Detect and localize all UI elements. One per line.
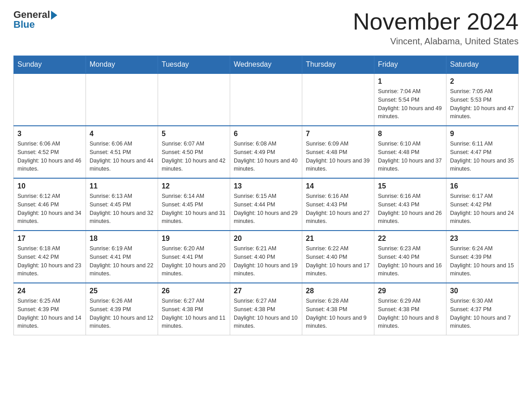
day-info: Sunrise: 6:12 AMSunset: 4:46 PMDaylight:…	[17, 192, 82, 226]
column-header-sunday: Sunday	[14, 56, 86, 74]
day-info: Sunrise: 7:04 AMSunset: 5:54 PMDaylight:…	[378, 87, 442, 121]
day-number: 19	[162, 235, 226, 243]
day-info: Sunrise: 6:27 AMSunset: 4:38 PMDaylight:…	[162, 297, 226, 330]
day-info: Sunrise: 6:16 AMSunset: 4:43 PMDaylight:…	[378, 192, 442, 226]
column-header-monday: Monday	[86, 56, 158, 74]
day-info: Sunrise: 6:10 AMSunset: 4:48 PMDaylight:…	[378, 140, 442, 173]
day-info: Sunrise: 6:14 AMSunset: 4:45 PMDaylight:…	[162, 192, 226, 226]
week-row-1: 1Sunrise: 7:04 AMSunset: 5:54 PMDaylight…	[14, 73, 519, 126]
day-info: Sunrise: 6:13 AMSunset: 4:45 PMDaylight:…	[90, 192, 154, 226]
calendar-header-row: SundayMondayTuesdayWednesdayThursdayFrid…	[14, 56, 519, 74]
day-number: 18	[90, 235, 154, 243]
calendar-cell: 2Sunrise: 7:05 AMSunset: 5:53 PMDaylight…	[446, 73, 519, 126]
day-info: Sunrise: 6:29 AMSunset: 4:38 PMDaylight:…	[378, 297, 442, 330]
day-number: 28	[306, 287, 370, 295]
calendar-cell: 16Sunrise: 6:17 AMSunset: 4:42 PMDayligh…	[446, 178, 519, 231]
day-info: Sunrise: 6:15 AMSunset: 4:44 PMDaylight:…	[234, 192, 298, 226]
day-number: 8	[378, 130, 442, 138]
column-header-friday: Friday	[374, 56, 446, 74]
day-info: Sunrise: 6:06 AMSunset: 4:52 PMDaylight:…	[17, 140, 82, 173]
day-info: Sunrise: 6:23 AMSunset: 4:40 PMDaylight:…	[378, 244, 442, 278]
calendar-cell: 4Sunrise: 6:06 AMSunset: 4:51 PMDaylight…	[86, 126, 158, 178]
location-subtitle: Vincent, Alabama, United States	[353, 36, 519, 47]
calendar-cell: 15Sunrise: 6:16 AMSunset: 4:43 PMDayligh…	[374, 178, 446, 231]
month-title: November 2024	[353, 9, 519, 34]
day-number: 3	[17, 130, 82, 138]
week-row-3: 10Sunrise: 6:12 AMSunset: 4:46 PMDayligh…	[14, 178, 519, 231]
day-info: Sunrise: 6:21 AMSunset: 4:40 PMDaylight:…	[234, 244, 298, 278]
page-header: General Blue November 2024 Vincent, Alab…	[13, 9, 519, 47]
day-number: 9	[450, 130, 515, 138]
calendar-cell: 22Sunrise: 6:23 AMSunset: 4:40 PMDayligh…	[374, 231, 446, 283]
day-number: 21	[306, 235, 370, 243]
day-number: 24	[17, 287, 82, 295]
day-number: 27	[234, 287, 298, 295]
column-header-thursday: Thursday	[302, 56, 374, 74]
calendar-cell: 18Sunrise: 6:19 AMSunset: 4:41 PMDayligh…	[86, 231, 158, 283]
calendar-cell: 14Sunrise: 6:16 AMSunset: 4:43 PMDayligh…	[302, 178, 374, 231]
day-info: Sunrise: 6:25 AMSunset: 4:39 PMDaylight:…	[17, 297, 82, 330]
calendar-cell: 26Sunrise: 6:27 AMSunset: 4:38 PMDayligh…	[158, 283, 230, 335]
calendar-cell	[302, 73, 374, 126]
day-info: Sunrise: 6:24 AMSunset: 4:39 PMDaylight:…	[450, 244, 515, 278]
day-info: Sunrise: 7:05 AMSunset: 5:53 PMDaylight:…	[450, 87, 515, 121]
day-info: Sunrise: 6:17 AMSunset: 4:42 PMDaylight:…	[450, 192, 515, 226]
calendar-cell: 21Sunrise: 6:22 AMSunset: 4:40 PMDayligh…	[302, 231, 374, 283]
logo-arrow-icon	[51, 11, 57, 20]
day-number: 4	[90, 130, 154, 138]
calendar-cell: 9Sunrise: 6:11 AMSunset: 4:47 PMDaylight…	[446, 126, 519, 178]
day-number: 2	[450, 77, 515, 86]
calendar-cell: 29Sunrise: 6:29 AMSunset: 4:38 PMDayligh…	[374, 283, 446, 335]
day-number: 12	[162, 182, 226, 190]
day-number: 23	[450, 235, 515, 243]
day-info: Sunrise: 6:27 AMSunset: 4:38 PMDaylight:…	[234, 297, 298, 330]
day-info: Sunrise: 6:22 AMSunset: 4:40 PMDaylight:…	[306, 244, 370, 278]
calendar-cell: 5Sunrise: 6:07 AMSunset: 4:50 PMDaylight…	[158, 126, 230, 178]
calendar-cell: 30Sunrise: 6:30 AMSunset: 4:37 PMDayligh…	[446, 283, 519, 335]
logo-text-blue: Blue	[13, 19, 57, 30]
day-info: Sunrise: 6:30 AMSunset: 4:37 PMDaylight:…	[450, 297, 515, 330]
logo: General Blue	[13, 9, 57, 30]
calendar-cell	[158, 73, 230, 126]
day-number: 29	[378, 287, 442, 295]
column-header-saturday: Saturday	[446, 56, 519, 74]
day-number: 6	[234, 130, 298, 138]
calendar-cell: 1Sunrise: 7:04 AMSunset: 5:54 PMDaylight…	[374, 73, 446, 126]
calendar-cell: 3Sunrise: 6:06 AMSunset: 4:52 PMDaylight…	[14, 126, 86, 178]
calendar-cell: 11Sunrise: 6:13 AMSunset: 4:45 PMDayligh…	[86, 178, 158, 231]
title-section: November 2024 Vincent, Alabama, United S…	[353, 9, 519, 47]
day-number: 1	[378, 77, 442, 86]
day-info: Sunrise: 6:19 AMSunset: 4:41 PMDaylight:…	[90, 244, 154, 278]
day-number: 20	[234, 235, 298, 243]
calendar-cell	[86, 73, 158, 126]
day-info: Sunrise: 6:16 AMSunset: 4:43 PMDaylight:…	[306, 192, 370, 226]
day-number: 26	[162, 287, 226, 295]
calendar-cell: 17Sunrise: 6:18 AMSunset: 4:42 PMDayligh…	[14, 231, 86, 283]
calendar-cell: 23Sunrise: 6:24 AMSunset: 4:39 PMDayligh…	[446, 231, 519, 283]
day-info: Sunrise: 6:28 AMSunset: 4:38 PMDaylight:…	[306, 297, 370, 330]
day-number: 7	[306, 130, 370, 138]
day-number: 16	[450, 182, 515, 190]
calendar-cell: 8Sunrise: 6:10 AMSunset: 4:48 PMDaylight…	[374, 126, 446, 178]
calendar-cell: 13Sunrise: 6:15 AMSunset: 4:44 PMDayligh…	[230, 178, 302, 231]
day-number: 17	[17, 235, 82, 243]
calendar-cell: 25Sunrise: 6:26 AMSunset: 4:39 PMDayligh…	[86, 283, 158, 335]
day-number: 25	[90, 287, 154, 295]
day-number: 10	[17, 182, 82, 190]
day-number: 14	[306, 182, 370, 190]
day-number: 13	[234, 182, 298, 190]
day-info: Sunrise: 6:07 AMSunset: 4:50 PMDaylight:…	[162, 140, 226, 173]
column-header-tuesday: Tuesday	[158, 56, 230, 74]
day-number: 30	[450, 287, 515, 295]
calendar-cell: 6Sunrise: 6:08 AMSunset: 4:49 PMDaylight…	[230, 126, 302, 178]
week-row-2: 3Sunrise: 6:06 AMSunset: 4:52 PMDaylight…	[14, 126, 519, 178]
calendar-cell: 28Sunrise: 6:28 AMSunset: 4:38 PMDayligh…	[302, 283, 374, 335]
day-info: Sunrise: 6:06 AMSunset: 4:51 PMDaylight:…	[90, 140, 154, 173]
calendar-cell: 27Sunrise: 6:27 AMSunset: 4:38 PMDayligh…	[230, 283, 302, 335]
day-info: Sunrise: 6:26 AMSunset: 4:39 PMDaylight:…	[90, 297, 154, 330]
calendar-cell	[14, 73, 86, 126]
day-info: Sunrise: 6:09 AMSunset: 4:48 PMDaylight:…	[306, 140, 370, 173]
calendar-cell: 7Sunrise: 6:09 AMSunset: 4:48 PMDaylight…	[302, 126, 374, 178]
calendar-cell: 24Sunrise: 6:25 AMSunset: 4:39 PMDayligh…	[14, 283, 86, 335]
calendar-cell: 10Sunrise: 6:12 AMSunset: 4:46 PMDayligh…	[14, 178, 86, 231]
